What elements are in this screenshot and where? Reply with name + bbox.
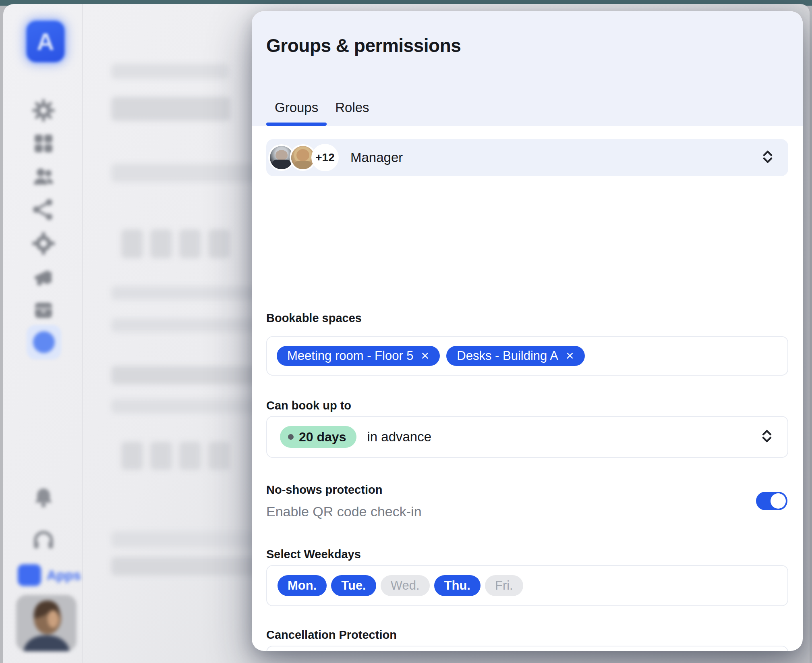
weekday-pill-mon[interactable]: Mon. [278, 575, 327, 596]
skeleton-tile [121, 229, 143, 258]
remove-chip-icon[interactable]: ✕ [421, 350, 430, 362]
bookable-spaces-label: Bookable spaces [266, 312, 362, 325]
skeleton-bar [111, 97, 230, 121]
advance-days-value: 20 days [299, 430, 346, 445]
modal-body: +12 Manager Bookable spaces Meeting room… [252, 126, 803, 651]
gear-icon [32, 99, 55, 122]
active-tab-underline [266, 123, 327, 126]
tab-groups[interactable]: Groups [266, 100, 327, 126]
chevron-up-down-icon [760, 427, 774, 447]
advance-suffix: in advance [367, 429, 431, 445]
tab-roles-label: Roles [335, 100, 369, 115]
skeleton-bar [111, 164, 257, 182]
bookable-spaces-field[interactable]: Meeting room - Floor 5 ✕ Desks - Buildin… [266, 336, 788, 376]
megaphone-icon [32, 266, 55, 289]
space-chip[interactable]: Desks - Building A ✕ [446, 346, 584, 366]
advance-days-badge: 20 days [280, 426, 356, 448]
skeleton-tile [208, 442, 230, 470]
group-select[interactable]: +12 Manager [266, 139, 788, 176]
grid-icon [32, 132, 55, 155]
weekdays-label: Select Weekdays [266, 548, 361, 561]
skeleton-tile [150, 442, 172, 470]
package-icon [32, 299, 55, 321]
share-icon [32, 198, 55, 221]
headset-icon [32, 529, 55, 552]
screen: { "app": { "logo_letter": "A", "sidebar"… [0, 0, 812, 663]
no-shows-description: Enable QR code check-in [266, 504, 422, 520]
toggle-knob [771, 493, 786, 509]
skeleton-bar [111, 366, 257, 384]
weekday-pill-thu[interactable]: Thu. [434, 575, 481, 596]
groups-permissions-modal: Groups & permissions Groups Roles +12 Ma… [252, 11, 803, 651]
advance-booking-select[interactable]: 20 days in advance [266, 416, 788, 458]
chevron-up-down-icon [761, 148, 775, 168]
qr-checkin-toggle[interactable] [756, 492, 787, 510]
badge-dot [288, 434, 294, 440]
weekday-pill-wed[interactable]: Wed. [381, 575, 430, 596]
space-chip-label: Desks - Building A [457, 349, 558, 363]
bell-icon [32, 486, 55, 509]
extra-members-badge: +12 [311, 144, 339, 171]
advance-booking-label: Can book up to [266, 399, 351, 412]
group-select-value: Manager [350, 150, 403, 165]
modal-title: Groups & permissions [266, 35, 461, 56]
weekdays-field: Mon. Tue. Wed. Thu. Fri. [266, 565, 788, 606]
user-avatar [16, 595, 77, 651]
apps-icon [18, 564, 41, 586]
active-nav-item [33, 331, 55, 353]
cancellation-label: Cancellation Protection [266, 628, 397, 642]
tab-groups-label: Groups [275, 100, 318, 115]
space-chip-label: Meeting room - Floor 5 [287, 349, 414, 363]
weekday-pill-tue[interactable]: Tue. [331, 575, 376, 596]
skeleton-tile [121, 442, 143, 470]
skeleton-tile [150, 229, 172, 258]
space-chip[interactable]: Meeting room - Floor 5 ✕ [277, 346, 440, 366]
remove-chip-icon[interactable]: ✕ [566, 350, 574, 362]
modal-header: Groups & permissions Groups Roles [252, 11, 803, 126]
app-logo: A [27, 21, 64, 62]
cancellation-select[interactable]: 30min after booking starts [266, 646, 788, 651]
skeleton-bar [111, 399, 257, 414]
tab-roles[interactable]: Roles [327, 100, 377, 126]
skeleton-bar [111, 286, 256, 300]
skeleton-bar [111, 531, 257, 547]
skeleton-bar [111, 64, 229, 79]
skeleton-tile [179, 442, 201, 470]
skeleton-tile [208, 229, 230, 258]
users-icon [32, 165, 55, 188]
weekday-pill-fri[interactable]: Fri. [485, 575, 523, 596]
cog-icon [32, 232, 55, 255]
no-shows-label: No-shows protection [266, 483, 382, 497]
tab-bar: Groups Roles [266, 100, 378, 126]
member-avatar-1 [270, 146, 293, 169]
skeleton-tile [179, 229, 201, 258]
apps-label: Apps [47, 567, 81, 583]
skeleton-bar [111, 318, 256, 332]
